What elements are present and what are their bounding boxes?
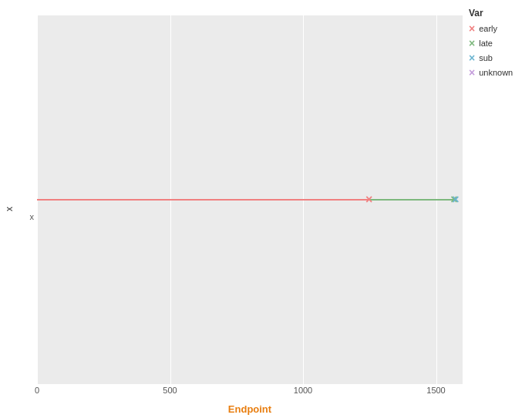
legend-label-unknown: unknown: [479, 68, 513, 77]
data-point-sub: ×: [452, 194, 459, 206]
data-line-early: [37, 199, 369, 201]
x-ticks: 0 500 1000 1500: [37, 386, 463, 401]
legend-icon-late: ×: [469, 38, 475, 49]
y-tick-label: x: [30, 212, 35, 221]
y-axis-label: x: [0, 0, 15, 418]
legend-icon-early: ×: [469, 23, 475, 34]
x-tick-1500: 1500: [426, 386, 445, 395]
data-point-early: ×: [365, 194, 372, 206]
legend-title: Var: [469, 8, 526, 19]
legend-item-early: × early: [469, 23, 526, 34]
data-segment: [369, 199, 454, 201]
legend-item-sub: × sub: [469, 52, 526, 63]
chart-body: x × × ×: [15, 15, 463, 418]
x-axis-label: Endpoint: [37, 401, 463, 418]
legend-item-unknown: × unknown: [469, 67, 526, 78]
legend-label-sub: sub: [479, 53, 493, 62]
plot-area-wrapper: × × × 0 500 1000 1500 Endpoint: [37, 15, 463, 418]
legend-label-late: late: [479, 39, 493, 48]
chart-container: x x ×: [0, 0, 532, 418]
legend-item-late: × late: [469, 38, 526, 49]
y-ticks: x: [15, 15, 37, 418]
x-tick-500: 500: [163, 386, 177, 395]
chart-title: [15, 0, 463, 15]
legend: Var × early × late × sub × unknown: [463, 0, 532, 418]
x-tick-0: 0: [35, 386, 39, 395]
chart-main: x × × ×: [15, 0, 463, 418]
legend-icon-unknown: ×: [469, 67, 475, 78]
x-tick-1000: 1000: [294, 386, 312, 395]
legend-icon-sub: ×: [469, 52, 475, 63]
legend-label-early: early: [479, 24, 497, 33]
plot-area: × × ×: [37, 15, 463, 384]
